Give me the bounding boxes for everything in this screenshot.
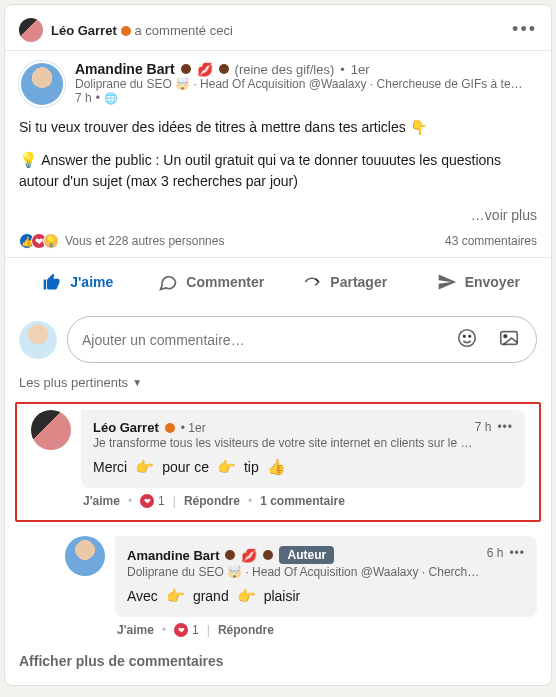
chevron-down-icon: ▼: [132, 377, 142, 388]
share-button[interactable]: Partager: [278, 260, 412, 304]
comment: Léo Garret • 1er Je transforme tous les …: [17, 404, 539, 514]
orange-dot-icon: [165, 423, 175, 433]
show-more-comments-button[interactable]: Afficher plus de commentaires: [5, 643, 551, 685]
svg-point-4: [504, 335, 507, 338]
thumbs-up-icon: [42, 272, 62, 292]
post-card: Léo Garret a commenté ceci ••• Amandine …: [4, 4, 552, 686]
post-body-line2: 💡 Answer the public : Un outil gratuit q…: [19, 149, 537, 191]
promoted-text: Léo Garret a commenté ceci: [51, 22, 233, 38]
commenter-avatar[interactable]: [31, 410, 71, 450]
point-right-icon: 👉: [166, 587, 185, 605]
post-time: 7 h: [75, 91, 92, 105]
my-avatar[interactable]: [19, 321, 57, 359]
svg-point-1: [463, 336, 465, 338]
see-more-row: …voir plus: [5, 207, 551, 229]
send-button[interactable]: Envoyer: [412, 260, 546, 304]
comment-time: 6 h: [487, 546, 504, 560]
share-label: Partager: [330, 274, 387, 290]
love-reaction-icon: ❤: [174, 623, 188, 637]
time-separator: •: [96, 91, 100, 105]
author-badge: Auteur: [279, 546, 334, 564]
point-right-icon: 👉: [237, 587, 256, 605]
comment-replies-count[interactable]: 1 commentaire: [260, 494, 345, 508]
comment-like-button[interactable]: J'aime: [117, 623, 154, 637]
see-more-button[interactable]: …voir plus: [471, 207, 537, 223]
svg-point-2: [469, 336, 471, 338]
comment-more-button[interactable]: •••: [497, 420, 513, 434]
kiss-icon: 💋: [241, 548, 257, 563]
love-reaction-icon: ❤: [140, 494, 154, 508]
commenter-headline: Doliprane du SEO 🤯 · Head Of Acquisition…: [127, 565, 487, 579]
bulb-icon: 💡: [19, 151, 38, 168]
comment-actions: J'aime • ❤ 1 | Répondre • 1 commentaire: [81, 488, 525, 510]
sort-label: Les plus pertinents: [19, 375, 128, 390]
share-icon: [302, 272, 322, 292]
eye-dot-icon: [263, 550, 273, 560]
comment-label: Commenter: [186, 274, 264, 290]
avatar[interactable]: [19, 18, 43, 42]
post-more-button[interactable]: •••: [504, 15, 537, 44]
globe-icon: 🌐: [104, 92, 118, 105]
author-degree: 1er: [351, 62, 370, 77]
eye-dot-icon: [219, 64, 229, 74]
comment-button[interactable]: Commenter: [145, 260, 279, 304]
comments-count[interactable]: 43 commentaires: [445, 234, 537, 248]
comment-text: Merci 👉 pour ce 👉 tip 👍: [93, 458, 513, 476]
image-attach-icon[interactable]: [492, 325, 526, 354]
social-counts: 👍 ❤ 💡 Vous et 228 autres personnes 43 co…: [5, 229, 551, 257]
commenter-avatar[interactable]: [65, 536, 105, 576]
comment-sort-dropdown[interactable]: Les plus pertinents ▼: [5, 373, 551, 398]
comment-reply: Amandine Bart 💋 Auteur Doliprane du SEO …: [5, 530, 551, 643]
comment-input-row: [5, 306, 551, 373]
reactions-text[interactable]: Vous et 228 autres personnes: [65, 234, 224, 248]
comment-input-field[interactable]: [67, 316, 537, 363]
author-headline: Doliprane du SEO 🤯 · Head Of Acquisition…: [75, 77, 537, 91]
comment-like-count[interactable]: ❤ 1: [174, 623, 199, 637]
comment-input[interactable]: [82, 332, 442, 348]
comment-like-count[interactable]: ❤ 1: [140, 494, 165, 508]
post-body-line2-text: Answer the public : Un outil gratuit qui…: [19, 152, 501, 189]
speech-bubble-icon: [158, 272, 178, 292]
author-tagline-suffix: (reine des gif/les): [235, 62, 335, 77]
comment-more-button[interactable]: •••: [509, 546, 525, 560]
post-body: Si tu veux trouver des idées de titres à…: [5, 111, 551, 207]
point-right-icon: 👉: [217, 458, 236, 476]
eye-dot-icon: [181, 64, 191, 74]
author-avatar[interactable]: [19, 61, 65, 107]
comment-bubble: Amandine Bart 💋 Auteur Doliprane du SEO …: [115, 536, 537, 617]
promoted-action: a commenté ceci: [135, 23, 233, 38]
author-name[interactable]: Amandine Bart: [75, 61, 175, 77]
actions-bar: J'aime Commenter Partager Envoyer: [5, 257, 551, 306]
comment-reply-button[interactable]: Répondre: [184, 494, 240, 508]
kiss-icon: 💋: [197, 62, 213, 77]
degree-separator: •: [340, 62, 345, 77]
commenter-headline: Je transforme tous les visiteurs de votr…: [93, 436, 475, 450]
commenter-name[interactable]: Léo Garret: [93, 420, 159, 435]
post-body-line1: Si tu veux trouver des idées de titres à…: [19, 117, 537, 137]
send-label: Envoyer: [465, 274, 520, 290]
eye-dot-icon: [225, 550, 235, 560]
commenter-degree: 1er: [188, 421, 205, 435]
commenter-name[interactable]: Amandine Bart: [127, 548, 219, 563]
post-header: Amandine Bart 💋 (reine des gif/les) • 1e…: [5, 51, 551, 111]
promoted-actor-name[interactable]: Léo Garret: [51, 23, 117, 38]
comment-text: Avec 👉 grand 👉 plaisir: [127, 587, 525, 605]
orange-dot-icon: [121, 26, 131, 36]
comment-reply-button[interactable]: Répondre: [218, 623, 274, 637]
emoji-picker-icon[interactable]: [450, 325, 484, 354]
point-right-icon: 👉: [135, 458, 154, 476]
comment-bubble: Léo Garret • 1er Je transforme tous les …: [81, 410, 525, 488]
comment-actions: J'aime • ❤ 1 | Répondre: [115, 617, 537, 639]
comment-time: 7 h: [475, 420, 492, 434]
svg-point-0: [459, 330, 476, 347]
reactions-icons[interactable]: 👍 ❤ 💡: [19, 233, 59, 249]
like-button[interactable]: J'aime: [11, 260, 145, 304]
promoted-actor-line: Léo Garret a commenté ceci •••: [5, 5, 551, 50]
like-label: J'aime: [70, 274, 113, 290]
idea-reaction-icon: 💡: [43, 233, 59, 249]
highlighted-comment: Léo Garret • 1er Je transforme tous les …: [15, 402, 541, 522]
send-icon: [437, 272, 457, 292]
svg-rect-3: [501, 332, 518, 345]
comment-like-button[interactable]: J'aime: [83, 494, 120, 508]
thumbs-up-icon: 👍: [267, 458, 286, 476]
